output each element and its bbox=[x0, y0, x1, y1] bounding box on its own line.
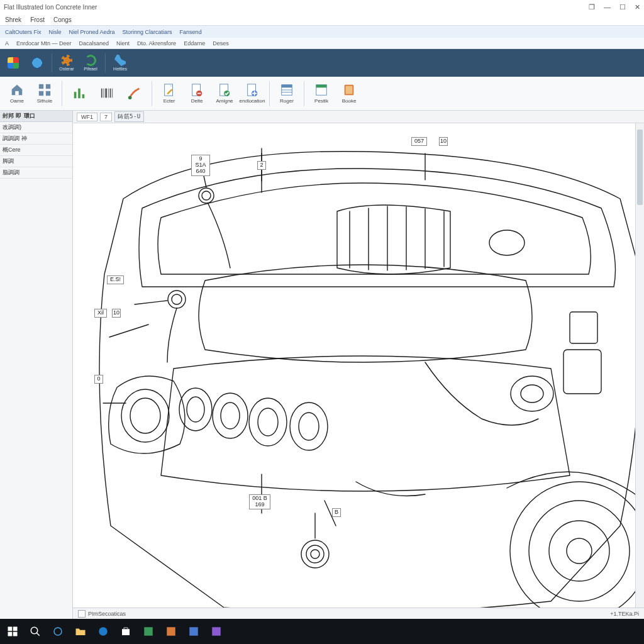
toolbar-separator bbox=[304, 81, 304, 106]
taskbar-folder[interactable] bbox=[72, 623, 89, 640]
minimize-button[interactable]: — bbox=[604, 3, 611, 11]
scrollbar-thumb[interactable] bbox=[637, 130, 643, 205]
endlocation-tool[interactable]: endlocation bbox=[239, 79, 265, 109]
restore-down-button[interactable]: ❐ bbox=[589, 3, 595, 11]
search-button[interactable] bbox=[26, 623, 44, 640]
side-item-3[interactable]: 脚調 bbox=[0, 156, 72, 167]
ribbon-tab-0[interactable]: CaltOuters Fix bbox=[5, 29, 42, 35]
svg-point-45 bbox=[510, 482, 644, 619]
recycle-tool[interactable]: Pifeael bbox=[80, 50, 101, 75]
apps-tool[interactable] bbox=[3, 50, 24, 75]
primary-toolbar: Osterar Pifeael Hettles bbox=[0, 49, 644, 77]
doc-tab-1[interactable]: WF1 bbox=[77, 113, 97, 121]
phone-tool[interactable]: Hettles bbox=[109, 50, 131, 75]
ribbon-subtab-3[interactable]: Nient bbox=[116, 40, 130, 47]
svg-rect-1 bbox=[39, 84, 43, 89]
roger-tool[interactable]: Roger bbox=[274, 79, 300, 109]
ribbon-tab-2[interactable]: Niel Proned Aedra bbox=[69, 29, 115, 35]
svg-rect-3 bbox=[39, 91, 43, 96]
start-button[interactable] bbox=[4, 623, 21, 640]
svg-rect-11 bbox=[108, 88, 109, 97]
svg-rect-8 bbox=[101, 88, 103, 97]
taskbar-app-3[interactable] bbox=[185, 623, 203, 640]
svg-point-39 bbox=[121, 389, 169, 442]
svg-rect-10 bbox=[105, 88, 107, 97]
status-text: PImSecoaticas bbox=[88, 611, 126, 617]
sheet-print-icon bbox=[314, 83, 328, 97]
maximize-button[interactable]: ☐ bbox=[619, 3, 626, 11]
taskbar-app-1[interactable] bbox=[140, 623, 157, 640]
side-item-2[interactable]: 概Cere bbox=[0, 145, 72, 156]
side-item-0[interactable]: 改調調) bbox=[0, 122, 72, 133]
ribbon-subtab-2[interactable]: Dacalsaned bbox=[79, 40, 109, 47]
svg-point-47 bbox=[549, 521, 609, 581]
book-tool[interactable]: Booke bbox=[336, 79, 362, 109]
ribbon-subtab-4[interactable]: Dto. Akrensfore bbox=[137, 40, 176, 47]
barcode-icon bbox=[100, 86, 114, 100]
ribbon-subtab-5[interactable]: Eddarne bbox=[184, 40, 205, 47]
menu-item-0[interactable]: Shrek bbox=[5, 16, 21, 23]
svg-point-14 bbox=[128, 96, 132, 99]
ribbon-subtab-6[interactable]: Deses bbox=[213, 40, 229, 47]
side-panel: 封邦 即 環口 改調調) 調調調 神 概Cere 脚調 脂調調 bbox=[0, 111, 73, 619]
assign-tool[interactable]: Amigne bbox=[211, 79, 238, 109]
chart-tool[interactable] bbox=[66, 79, 92, 109]
toolbar-separator bbox=[62, 81, 62, 106]
document-assign-icon bbox=[218, 83, 231, 97]
edit-tool[interactable]: Ecter bbox=[156, 79, 182, 109]
brush-icon bbox=[128, 86, 142, 100]
ribbon-tab-4[interactable]: Fansend bbox=[180, 29, 202, 35]
svg-rect-12 bbox=[110, 88, 111, 97]
gear-tool[interactable]: Osterar bbox=[56, 50, 77, 75]
globe-tool[interactable] bbox=[26, 50, 48, 75]
svg-point-54 bbox=[306, 545, 324, 563]
svg-rect-13 bbox=[112, 88, 113, 97]
cortana-button[interactable] bbox=[49, 623, 67, 640]
brush-tool[interactable] bbox=[121, 79, 148, 109]
svg-point-48 bbox=[567, 538, 592, 564]
taskbar-edge[interactable] bbox=[94, 623, 112, 640]
callout-10: 10 bbox=[439, 137, 448, 146]
delete-tool[interactable]: Delte bbox=[184, 79, 210, 109]
toolbar-separator bbox=[105, 53, 106, 72]
menu-item-1[interactable]: Frost bbox=[30, 16, 45, 23]
ribbon-tab-3[interactable]: Storinng Clarcatiars bbox=[123, 29, 172, 35]
callout-es: E.S! bbox=[107, 275, 124, 284]
recycle-icon bbox=[85, 55, 96, 66]
taskbar bbox=[0, 619, 644, 644]
menu-item-2[interactable]: Congs bbox=[53, 16, 72, 23]
vertical-scrollbar[interactable] bbox=[635, 123, 644, 619]
window-title: Flat Illustrated Ion Concrete Inner bbox=[4, 4, 97, 11]
svg-rect-44 bbox=[570, 312, 597, 343]
ribbon-tab-1[interactable]: Nisle bbox=[49, 29, 62, 35]
doc-tab-2[interactable]: 7 bbox=[100, 113, 112, 121]
callout-xil: Xil bbox=[94, 309, 107, 318]
home-tool[interactable]: Oame bbox=[4, 79, 30, 109]
barcode-tool[interactable] bbox=[94, 79, 120, 109]
svg-rect-23 bbox=[282, 85, 292, 88]
close-button[interactable]: ✕ bbox=[635, 3, 640, 11]
print-tool[interactable]: Pestik bbox=[308, 79, 335, 109]
taskbar-app-4[interactable] bbox=[208, 623, 225, 640]
side-item-1[interactable]: 調調調 神 bbox=[0, 133, 72, 145]
status-right: +1.TEKa.Pi bbox=[610, 611, 639, 617]
svg-point-30 bbox=[489, 230, 525, 255]
ribbon-subtab-1[interactable]: Enrdocar Mtn — Deer bbox=[16, 40, 72, 47]
ribbon-subtab-0[interactable]: A bbox=[5, 40, 9, 47]
window-titlebar: Flat Illustrated Ion Concrete Inner ❐ — … bbox=[0, 0, 644, 14]
ribbon-subtabs: A Enrdocar Mtn — Deer Dacalsaned Nient D… bbox=[0, 38, 644, 49]
svg-point-51 bbox=[168, 291, 186, 308]
drawing-canvas[interactable]: WF1 7 鋳筋5-U bbox=[73, 111, 644, 619]
svg-point-71 bbox=[54, 628, 62, 635]
taskbar-app-2[interactable] bbox=[162, 623, 180, 640]
taskbar-store[interactable] bbox=[117, 623, 135, 640]
svg-point-49 bbox=[199, 188, 214, 203]
callout-10b: 10 bbox=[112, 309, 121, 318]
phone-icon bbox=[114, 55, 126, 66]
grid-tool[interactable]: Sithole bbox=[31, 79, 58, 109]
svg-point-40 bbox=[130, 398, 160, 433]
side-item-4[interactable]: 脂調調 bbox=[0, 167, 72, 179]
svg-point-34 bbox=[290, 402, 328, 450]
svg-rect-27 bbox=[316, 85, 327, 88]
gear-icon bbox=[61, 55, 72, 66]
